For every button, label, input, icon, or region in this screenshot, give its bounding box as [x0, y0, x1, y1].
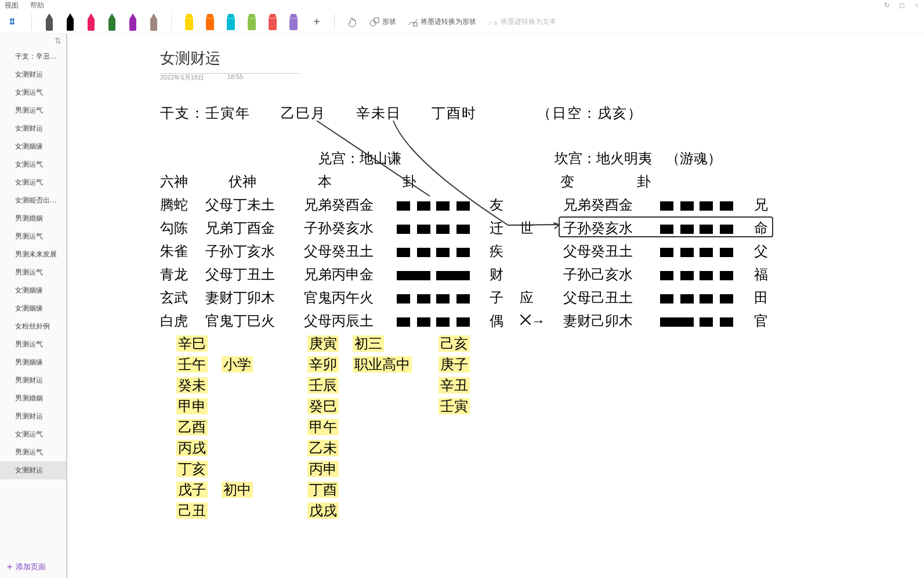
highlighter-tool-5[interactable]: [284, 12, 303, 32]
note-title[interactable]: 女测财运: [160, 48, 299, 74]
pen-tool-4[interactable]: [124, 12, 142, 32]
page-item[interactable]: 男测运气: [0, 227, 66, 245]
bulb-icon[interactable]: ♀: [914, 1, 919, 9]
page-item[interactable]: 男测婚姻: [0, 209, 66, 227]
highlighted-text: 庚寅 初三: [307, 337, 384, 351]
page-item[interactable]: 女测运气: [0, 156, 66, 174]
page-item[interactable]: 男测运气: [0, 443, 66, 461]
highlighted-text: 辛巳: [176, 337, 208, 351]
menubar: 视图 帮助 ↻ ◻ ♀: [0, 0, 924, 10]
add-page-button[interactable]: 添加页面: [0, 556, 66, 578]
cursor-tool[interactable]: [5, 12, 23, 32]
window-icon[interactable]: ◻: [899, 1, 905, 9]
header-gua: 卦: [403, 175, 416, 189]
page-item[interactable]: 女测姻缘: [0, 299, 66, 317]
page-sidebar: ⇅ 干支：辛丑年…女测财运女测运气男测运气女测财运女测姻缘女测运气女测运气女测能…: [0, 34, 67, 578]
gong-main: 兑宫：地山谦: [318, 151, 401, 165]
highlighted-text: 丙戌: [176, 441, 208, 455]
page-item[interactable]: 女测财运: [0, 66, 66, 84]
page-item[interactable]: 女测运气: [0, 425, 66, 443]
add-pen-button[interactable]: +: [307, 12, 326, 32]
page-item[interactable]: 男测运气: [0, 335, 66, 353]
page-item[interactable]: 男测财运: [0, 371, 66, 389]
page-item[interactable]: 男测未来发展: [0, 245, 66, 263]
highlighted-text: 甲午: [307, 420, 339, 434]
highlighted-text: 戊戌: [307, 504, 339, 518]
highlighted-text: 丙申: [307, 462, 339, 476]
svg-rect-1: [374, 18, 379, 23]
highlighter-tool-1[interactable]: [201, 12, 219, 32]
page-item[interactable]: 女粉丝卦例: [0, 317, 66, 335]
sync-icon[interactable]: ↻: [884, 1, 890, 9]
touch-draw-toggle[interactable]: [343, 12, 361, 32]
highlighted-text: 壬寅: [439, 399, 470, 413]
page-item[interactable]: 男测运气: [0, 102, 66, 120]
pen-tool-3[interactable]: [103, 12, 121, 32]
header-bian: 变: [560, 175, 574, 189]
page-item[interactable]: 女测运气: [0, 174, 66, 192]
highlighted-text: 辛卯 职业高中: [307, 357, 412, 371]
drawing-toolbar: + 形状 将墨迹转换为形状 a 将墨迹转换为文本: [0, 10, 924, 34]
page-item[interactable]: 女测能否出国…: [0, 192, 66, 209]
page-item[interactable]: 女测财运: [0, 461, 66, 479]
page-list: 干支：辛丑年…女测财运女测运气男测运气女测财运女测姻缘女测运气女测运气女测能否出…: [0, 48, 66, 556]
highlighted-text: 戊子 初中: [176, 483, 253, 497]
ink-to-shape-button[interactable]: 将墨迹转换为形状: [404, 15, 480, 30]
pen-tool-0[interactable]: [40, 12, 59, 32]
highlighter-tool-4[interactable]: [263, 12, 282, 32]
note-date-time: 2022年5月18日18:55: [160, 73, 243, 82]
page-item[interactable]: 女测姻缘: [0, 281, 66, 299]
menu-view[interactable]: 视图: [5, 1, 19, 10]
shape-tool[interactable]: 形状: [366, 15, 400, 30]
pen-tool-2[interactable]: [82, 12, 100, 32]
highlighted-text: 乙酉: [176, 420, 208, 434]
page-item[interactable]: 女测运气: [0, 84, 66, 102]
pen-tool-1[interactable]: [61, 12, 79, 32]
highlighted-text: 己丑: [176, 504, 208, 518]
sort-button[interactable]: ⇅: [0, 34, 66, 48]
ink-highlight-rect: [559, 216, 773, 237]
highlighter-tool-2[interactable]: [222, 12, 240, 32]
header-gua2: 卦: [637, 175, 651, 189]
note-canvas[interactable]: 女测财运 2022年5月18日18:55 干支：壬寅年 乙巳月 辛未日 丁酉时 …: [67, 34, 924, 578]
page-item[interactable]: 男测财运: [0, 407, 66, 425]
highlighted-text: 丁酉: [307, 483, 339, 497]
ganzhi-row: 干支：壬寅年 乙巳月 辛未日 丁酉时 （日空：戌亥）: [160, 106, 643, 120]
highlighted-text: 己亥: [439, 337, 470, 351]
page-item[interactable]: 男测姻缘: [0, 353, 66, 371]
page-item[interactable]: 女测姻缘: [0, 138, 66, 156]
highlighted-text: 壬午 小学: [176, 357, 253, 371]
highlighted-text: 丁亥: [176, 462, 208, 476]
menu-help[interactable]: 帮助: [30, 1, 44, 10]
header-ben: 本: [318, 175, 332, 189]
svg-rect-2: [414, 23, 417, 26]
svg-text:a: a: [494, 20, 497, 26]
page-item[interactable]: 干支：辛丑年…: [0, 48, 66, 66]
ink-to-text-button[interactable]: a 将墨迹转换为文本: [484, 15, 560, 30]
page-item[interactable]: 男测婚姻: [0, 389, 66, 407]
highlighted-text: 壬辰: [307, 378, 339, 392]
page-item[interactable]: 女测财运: [0, 120, 66, 138]
highlighted-text: 癸未: [176, 378, 208, 392]
svg-point-0: [370, 20, 376, 26]
highlighted-text: 甲申: [176, 399, 208, 413]
header-liu: 六神: [160, 175, 188, 189]
page-item[interactable]: 男测运气: [0, 263, 66, 281]
gong-change: 坎宫：地火明夷 （游魂）: [555, 151, 722, 165]
highlighted-text: 癸巳: [307, 399, 339, 413]
pen-tool-5[interactable]: [144, 12, 163, 32]
highlighted-text: 庚子: [439, 357, 470, 371]
highlighted-text: 乙未: [307, 441, 339, 455]
highlighter-tool-3[interactable]: [242, 12, 261, 32]
header-fu: 伏神: [229, 175, 256, 189]
highlighted-text: 辛丑: [439, 378, 470, 392]
highlighter-tool-0[interactable]: [180, 12, 198, 32]
